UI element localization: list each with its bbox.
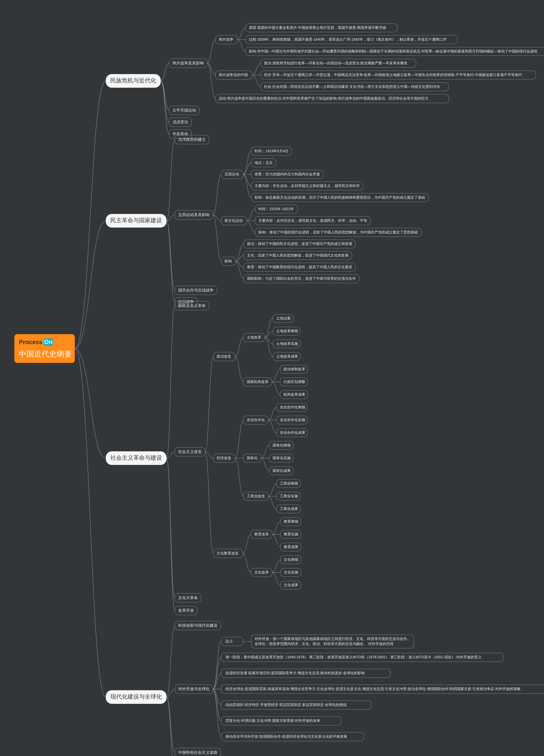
svg-text:On: On	[44, 339, 53, 345]
connector	[272, 522, 280, 534]
node-label: 新文化运动	[225, 218, 243, 223]
node-label: 五四运动	[225, 172, 239, 176]
node-label: 政治体制改革	[283, 367, 305, 371]
connector	[268, 484, 276, 496]
node-label: 经济改造	[217, 456, 231, 460]
node-label: 工商业成果	[280, 507, 298, 511]
node-label: 对外开放：指一个国家或地区与其他国家或地区之间进行经济、文化、科技等方面的交流与…	[255, 637, 410, 641]
node-label: 总结·鸦片战争是中国历史的重要转折点·对中国和世界都产生了深远的影响·鸦片战争后…	[219, 96, 428, 100]
node-label: 社会主义改造	[178, 449, 202, 454]
connector	[207, 63, 216, 75]
node-label: ·贸富分化·环境问题·文化冲突·国家主权受损·对外开放的未来	[225, 719, 320, 723]
node-label: 文化大革命	[178, 595, 198, 600]
connector	[213, 657, 221, 689]
node-label: 教育纲领	[284, 519, 298, 523]
connector	[213, 673, 221, 689]
node-label: 教育成果	[284, 545, 298, 549]
node-label: 机构改革成果	[283, 392, 305, 396]
connector	[213, 689, 221, 721]
connector	[167, 697, 175, 753]
connector	[253, 75, 261, 87]
connector	[243, 151, 251, 174]
node-label: ·第一阶段：新中国成立至改革开放前（1949-1978）·第二阶段：改革开放至加…	[225, 655, 482, 659]
connector	[247, 221, 255, 232]
connector	[161, 81, 169, 122]
connector	[272, 560, 280, 572]
connector	[167, 689, 175, 697]
node-label: 时间：1915年-1921年	[259, 207, 294, 211]
connector	[268, 407, 276, 420]
node-label: 农业合作化实施	[280, 418, 305, 422]
node-label: 土地改革纲领	[276, 329, 298, 333]
node-label: 戊戌变法	[173, 120, 188, 124]
node-label: 影响	[225, 259, 232, 263]
node-label: 文化：启发了中国人民的思想解放，促进了中国现代文化的发展	[247, 253, 348, 257]
node-label: 社会·社会动荡—民间反抗运动不断—义和团运动爆发·文化冲击—西方文化和思想进入中…	[264, 85, 440, 89]
branch-label: 社会主义革命与建设	[110, 455, 162, 461]
connector	[265, 331, 273, 337]
node-label: 农业合作化	[247, 418, 265, 422]
node-label: 经济·开埠—开放五个通商口岸—洋货泛滥，中国商品无法竞争·租界—外国租借土地建立…	[264, 73, 522, 77]
node-label: 土地改革	[247, 335, 261, 339]
node-label: 国有化实施	[272, 456, 291, 460]
node-label: 鸦片战争及其影响	[173, 61, 204, 65]
connector	[237, 28, 246, 40]
connector	[268, 420, 276, 433]
node-label: 行政区划调整	[283, 380, 305, 384]
connector	[205, 357, 213, 452]
node-label: 教育：推动了中国教育的现代化进程，提高了中国人民的文化素质	[247, 265, 352, 269]
node-label: 时间：1919年5月4日	[255, 149, 288, 153]
connector	[268, 496, 276, 509]
node-label: 鸦片战争	[219, 37, 233, 41]
connector	[161, 81, 169, 134]
node-label: ·定义·	[225, 639, 234, 643]
connector	[243, 174, 251, 186]
node-label: 主要内容：学生运动，反对帝国主义和封建主义，倡导民主和科学	[255, 184, 360, 188]
node-label: ·促进经济发展·拓展市场空间·提高国际竞争力·增进文化交流·推动科技进步·全球化…	[225, 671, 365, 675]
connector	[167, 458, 175, 611]
connector	[235, 420, 244, 458]
node-label: 原因·英国向中国大量走私鸦片·中国政府禁止鸦片贸易，英国不接受·两国矛盾不断升级	[249, 26, 386, 30]
node-label: 文化成果	[284, 583, 298, 587]
node-label: 教育实施	[284, 532, 298, 536]
node-label: 教育改革	[254, 532, 269, 536]
node-label: 国共合作与北伐战争	[178, 288, 214, 292]
connector	[75, 349, 106, 458]
node-label: 全球化：指世界范围内经济、文化、政治、科技等方面的交流与融合。·对外开放的历程	[255, 642, 393, 646]
connector	[167, 140, 175, 221]
connector	[167, 221, 175, 290]
connector	[265, 337, 273, 357]
connector	[265, 318, 273, 337]
node-label: 土地改革成果	[276, 354, 298, 358]
branch-label: 民主革命与国家建设	[110, 217, 162, 223]
connector	[272, 534, 280, 547]
connector	[236, 256, 244, 261]
connector	[236, 261, 244, 267]
node-label: 文化改革	[254, 570, 269, 574]
node-label: 过程·1839年，林则徐禁烟，英国不接受·1840年，英军攻占广州·1842年，…	[249, 37, 446, 41]
node-label: 土地法案	[276, 316, 291, 320]
node-label: 影响：标志着新文化运动的高潮，启示了中国人民的民族精神和爱国意识，为中国共产党的…	[255, 195, 425, 199]
node-label: ·推动高水平对外开放·加强国际合作·促进经济全球化与文化多元化的平衡发展	[225, 734, 347, 738]
connector	[167, 626, 175, 697]
connector	[213, 642, 221, 689]
node-label: 中国特色社会主义道路	[178, 750, 218, 755]
node-label: 工商业实施	[280, 494, 298, 498]
node-label: 辛亥革命	[173, 132, 188, 136]
node-label: 国有化	[247, 456, 258, 460]
connector	[167, 458, 175, 598]
node-label: 五四运动及其影响	[178, 212, 210, 217]
node-label: 政治：推动了中国的民主化进程，促进了中国共产党的成立和发展	[247, 242, 352, 246]
node-label: 鸦片战争后的中国	[219, 73, 248, 77]
connector	[213, 689, 221, 705]
connector	[236, 244, 244, 261]
node-label: 影响·对中国—中国沦为半殖民地半封建社会—开始遭受列强的侵略和剥削—国家处于长期…	[249, 49, 537, 53]
connector	[75, 221, 106, 349]
node-label: 工商业改造	[247, 494, 265, 498]
connector	[235, 458, 244, 496]
connector	[161, 63, 169, 81]
node-label: 地点：北京	[255, 161, 273, 165]
connector	[265, 337, 273, 344]
connector	[235, 357, 244, 382]
node-label: ·自由贸易区·经济特区·开放型经济·双边贸易协定·多边贸易协定·全球化的挑战	[225, 703, 347, 707]
